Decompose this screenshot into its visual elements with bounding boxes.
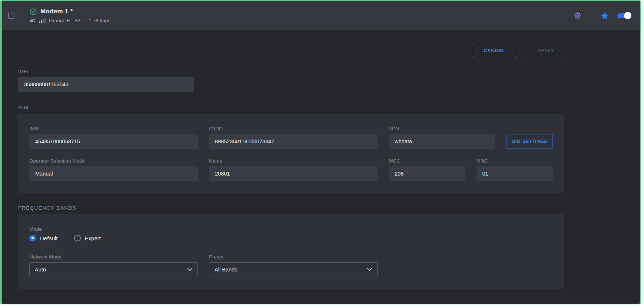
page-title: Modem 1 * xyxy=(40,8,73,15)
mode-label: Mode xyxy=(29,226,553,232)
cancel-button[interactable]: CANCEL xyxy=(473,44,516,57)
imsi-label: IMSI xyxy=(29,126,198,131)
mcc-field-block: MCC xyxy=(389,158,465,181)
header-divider xyxy=(22,7,22,24)
dot-separator xyxy=(84,20,85,21)
signal-bars-icon xyxy=(39,18,46,23)
mcc-label: MCC xyxy=(389,158,465,164)
select-modem-checkbox[interactable] xyxy=(8,13,14,19)
preset-select[interactable]: All Bands xyxy=(209,262,378,277)
sim-section-label: SIM xyxy=(18,105,583,110)
iccid-label: ICCID xyxy=(209,126,378,131)
network-mode-label: Network Mode xyxy=(29,254,198,260)
apn-label: APN xyxy=(389,126,495,131)
modem-card-header: Modem 1 * 4G Orange F - B3 1.79 kbps xyxy=(2,1,640,30)
preset-label: Preset xyxy=(209,254,378,260)
operator-selection-mode-input[interactable] xyxy=(29,166,198,181)
iccid-input[interactable] xyxy=(209,134,378,149)
operator-name-input[interactable] xyxy=(209,166,378,181)
iccid-field-block: ICCID xyxy=(209,126,378,149)
operator-selection-mode-block: Operator Selection Mode xyxy=(29,158,198,181)
apn-field-block: APN xyxy=(389,126,495,149)
imei-input[interactable] xyxy=(18,77,194,92)
network-mode-value: Auto xyxy=(35,267,46,273)
network-mode-select[interactable]: Auto xyxy=(29,262,198,277)
header-actions xyxy=(573,7,631,24)
header-main: Modem 1 * 4G Orange F - B3 1.79 kbps xyxy=(30,8,110,23)
imsi-input[interactable] xyxy=(29,134,198,149)
sim-settings-button[interactable]: SIM SETTINGS xyxy=(507,134,553,149)
operator-selection-mode-label: Operator Selection Mode xyxy=(29,158,198,164)
modem-card: Modem 1 * 4G Orange F - B3 1.79 kbps xyxy=(0,0,641,304)
chevron-down-icon xyxy=(367,268,372,271)
network-tech-badge: 4G xyxy=(30,19,36,23)
preset-value: All Bands xyxy=(215,267,237,273)
toggle-knob xyxy=(624,12,631,19)
radio-circle-icon xyxy=(29,235,36,241)
operator-name-label: Name xyxy=(209,158,378,164)
link-speed: 1.79 kbps xyxy=(89,18,110,23)
mnc-label: MNC xyxy=(477,158,553,164)
mnc-field-block: MNC xyxy=(477,158,553,181)
apply-button[interactable]: APPLY xyxy=(524,44,567,57)
radio-expert-label: Expert xyxy=(85,235,101,241)
sim-panel: IMSI ICCID APN SIM SETTINGS Operator Sel xyxy=(18,114,564,193)
imei-label: IMEI xyxy=(18,69,194,74)
radio-expert[interactable]: Expert xyxy=(74,235,101,241)
mnc-input[interactable] xyxy=(477,166,553,181)
network-mode-field-block: Network Mode Auto xyxy=(29,254,198,277)
frequency-bands-section-label: FREQUENCY BANDS xyxy=(18,205,583,211)
operator-name: Orange F - B3 xyxy=(49,18,81,23)
apn-input[interactable] xyxy=(389,134,495,149)
form-actions: CANCEL APPLY xyxy=(18,44,567,57)
imei-field-block: IMEI xyxy=(18,69,194,92)
mode-radio-group: Default Expert xyxy=(29,235,553,241)
gear-icon[interactable] xyxy=(573,11,582,20)
star-icon[interactable] xyxy=(600,11,609,20)
radio-default[interactable]: Default xyxy=(29,235,58,241)
operator-name-field-block: Name xyxy=(209,158,378,181)
radio-circle-icon xyxy=(74,235,81,241)
imsi-field-block: IMSI xyxy=(29,126,198,149)
check-circle-icon xyxy=(30,8,37,15)
header-divider-right xyxy=(591,7,591,24)
chevron-down-icon xyxy=(187,268,192,271)
preset-field-block: Preset All Bands xyxy=(209,254,378,277)
modem-settings-form: CANCEL APPLY IMEI SIM IMSI ICCID APN xyxy=(2,44,583,289)
radio-default-label: Default xyxy=(40,235,58,241)
frequency-bands-panel: Mode Default Expert Network Mode Auto xyxy=(18,214,564,289)
enable-toggle[interactable] xyxy=(617,13,631,18)
mcc-input[interactable] xyxy=(389,166,465,181)
